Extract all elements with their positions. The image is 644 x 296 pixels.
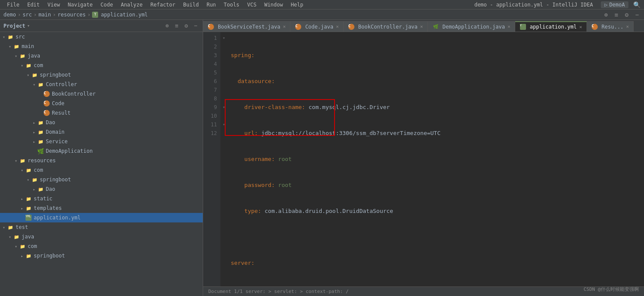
breadcrumb-sep-1: ›	[34, 12, 37, 18]
tree-item-domain[interactable]: 📁 Domain	[0, 127, 203, 137]
fold-11[interactable]: ▾	[220, 120, 227, 129]
java-icon-result: C	[43, 109, 50, 116]
tree-item-src[interactable]: 📁 src	[0, 32, 203, 42]
demo-pill[interactable]: ▷ DemoA	[601, 1, 628, 8]
breadcrumb-demo[interactable]: demo	[3, 12, 16, 18]
editor-content[interactable]: 1 2 3 4 5 6 7 8 9 10 11 12 ▾	[203, 32, 644, 286]
menu-analyze[interactable]: Analyze	[117, 1, 146, 9]
list-icon[interactable]: ≡	[613, 11, 620, 18]
tree-item-service[interactable]: 📁 Service	[0, 137, 203, 146]
menu-window[interactable]: Window	[261, 1, 286, 9]
globe-icon[interactable]: ⊕	[603, 11, 609, 18]
search-icon[interactable]: 🔍	[633, 1, 641, 8]
tree-item-controller[interactable]: 📁 Controller	[0, 80, 203, 89]
sidebar-tree: 📁 src 📁 main 📁 java	[0, 32, 203, 296]
menu-code[interactable]: Code	[97, 1, 117, 9]
fold-1[interactable]: ▾	[220, 34, 227, 42]
tree-item-bookcontroller[interactable]: C BookController	[0, 89, 203, 99]
sidebar-gear-icon[interactable]: ⚙	[183, 23, 190, 29]
tree-item-springboot[interactable]: 📁 springboot	[0, 70, 203, 80]
tree-label-test: test	[16, 224, 28, 230]
editor-area: C BookServiceTest.java × C Code.java × C	[203, 20, 644, 296]
fold-9[interactable]: ▾	[220, 103, 227, 112]
menu-build[interactable]: Build	[180, 1, 202, 9]
code-line-1: spring:	[231, 51, 641, 60]
tab-bookservicetest[interactable]: C BookServiceTest.java ×	[203, 21, 290, 32]
tree-item-test-springboot[interactable]: 📁 springboot	[0, 251, 203, 261]
breadcrumb-resources[interactable]: resources	[57, 12, 86, 18]
tree-item-static[interactable]: 📁 static	[0, 194, 203, 203]
tree-arrow-res-com	[19, 167, 25, 173]
tab-label-bookservicetest: BookServiceTest.java	[218, 24, 281, 30]
breadcrumb-src[interactable]: src	[22, 12, 32, 18]
tree-item-test-java[interactable]: 📁 java	[0, 232, 203, 241]
menu-navigate[interactable]: Navigate	[64, 1, 96, 9]
sidebar-list-icon[interactable]: ≡	[173, 23, 180, 29]
app-title: demo - application.yml - IntelliJ IDEA	[474, 2, 593, 8]
tree-item-com[interactable]: 📁 com	[0, 61, 203, 70]
folder-icon-test-springboot: 📁	[25, 252, 32, 259]
tab-demoapplication[interactable]: 🌿 DemoApplication.java ×	[428, 21, 515, 32]
tree-arrow-service	[31, 138, 37, 145]
tab-close-code[interactable]: ×	[336, 24, 339, 29]
tree-label-test-springboot: springboot	[34, 253, 65, 259]
tree-label-java: java	[28, 53, 40, 59]
tab-close-demoapplication[interactable]: ×	[507, 24, 510, 29]
menu-help[interactable]: Help	[287, 1, 307, 9]
breadcrumb-yml[interactable]: application.yml	[101, 12, 147, 18]
tree-arrow-test-springboot	[19, 253, 25, 259]
tab-close-bookservicetest[interactable]: ×	[283, 24, 286, 29]
tab-result[interactable]: C Resu... ×	[587, 21, 634, 32]
sidebar: Project ▾ ⊕ ≡ ⚙ − 📁 src	[0, 20, 203, 296]
tree-arrow-test	[1, 224, 7, 230]
tree-item-templates[interactable]: 📁 templates	[0, 203, 203, 213]
tab-close-appyml[interactable]: ×	[579, 24, 582, 30]
menu-tools[interactable]: Tools	[220, 1, 243, 9]
tree-arrow-static	[19, 196, 25, 202]
tab-appyml[interactable]: Y application.yml ×	[515, 21, 587, 32]
sidebar-globe-icon[interactable]: ⊕	[164, 23, 171, 29]
tab-close-bookcontroller[interactable]: ×	[420, 24, 423, 29]
tree-arrow-java	[13, 53, 19, 59]
tree-item-dao[interactable]: 📁 Dao	[0, 118, 203, 127]
menu-file[interactable]: File	[3, 1, 23, 9]
tab-code[interactable]: C Code.java ×	[290, 21, 344, 32]
tree-item-res-com[interactable]: 📁 com	[0, 165, 203, 175]
app-container: File Edit View Navigate Code Analyze Ref…	[0, 0, 644, 296]
menu-view[interactable]: View	[44, 1, 64, 9]
tree-item-resources[interactable]: 📁 resources	[0, 156, 203, 165]
breadcrumb-sep-2: ›	[53, 12, 56, 18]
tree-item-code[interactable]: C Code	[0, 99, 203, 108]
menu-vcs[interactable]: VCS	[244, 1, 260, 9]
breadcrumb-main[interactable]: main	[38, 12, 51, 18]
yml-icon: Y	[92, 12, 98, 18]
tree-item-res-springboot[interactable]: 📁 springboot	[0, 175, 203, 184]
tab-close-result[interactable]: ×	[626, 24, 629, 29]
tree-item-test-com[interactable]: 📁 com	[0, 241, 203, 251]
tab-bookcontroller[interactable]: C BookController.java ×	[344, 21, 428, 32]
tab-icon-appyml: Y	[520, 23, 526, 30]
tree-arrow-res-springboot	[25, 177, 31, 183]
tree-item-res-dao[interactable]: 📁 Dao	[0, 184, 203, 194]
tree-item-test[interactable]: 📁 test	[0, 222, 203, 232]
code-line-5: username: root	[231, 155, 641, 164]
tree-label-springboot: springboot	[40, 72, 71, 78]
tree-label-service: Service	[46, 138, 68, 145]
menu-edit[interactable]: Edit	[24, 1, 43, 9]
code-editor[interactable]: spring: datasource: driver-class-name: c…	[227, 32, 644, 286]
tab-icon-bookcontroller: C	[348, 23, 355, 30]
tree-item-main[interactable]: 📁 main	[0, 42, 203, 51]
tree-label-res-com: com	[34, 167, 43, 173]
menu-refactor[interactable]: Refactor	[147, 1, 179, 9]
code-line-10: port: 9999	[231, 285, 641, 286]
menu-run[interactable]: Run	[203, 1, 220, 9]
settings-icon[interactable]: ⚙	[623, 11, 630, 18]
sidebar-dropdown[interactable]: ▾	[27, 23, 30, 29]
minimize-icon[interactable]: −	[634, 11, 641, 18]
line-numbers: 1 2 3 4 5 6 7 8 9 10 11 12	[203, 32, 220, 286]
tree-item-demoapplication[interactable]: 🌿 DemoApplication	[0, 146, 203, 156]
sidebar-minimize-icon[interactable]: −	[192, 23, 199, 29]
tree-item-result[interactable]: C Result	[0, 108, 203, 118]
tree-item-appyml[interactable]: YML application.yml	[0, 213, 203, 222]
tree-item-java[interactable]: 📁 java	[0, 51, 203, 61]
